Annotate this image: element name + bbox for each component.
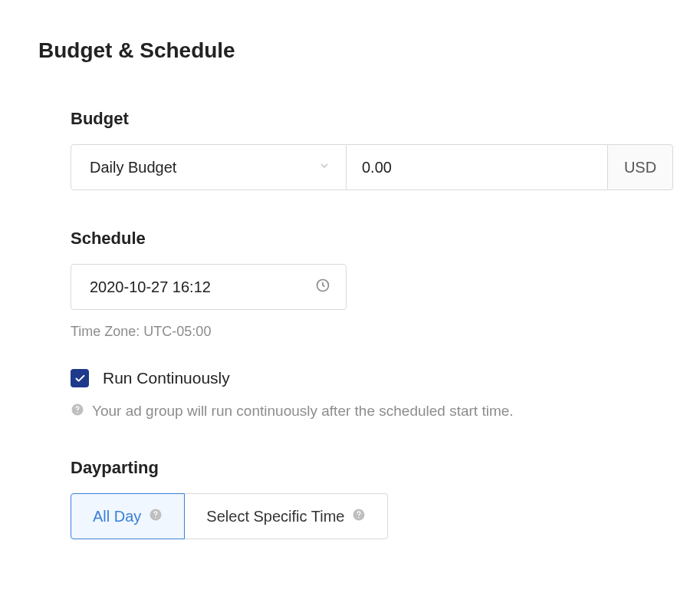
run-continuously-label: Run Continuously xyxy=(103,369,230,387)
clock-icon xyxy=(315,278,330,296)
dayparting-label: Dayparting xyxy=(71,458,662,478)
timezone-text: Time Zone: UTC-05:00 xyxy=(71,324,662,340)
schedule-help-text: Your ad group will run continuously afte… xyxy=(92,403,514,420)
schedule-section: Schedule 2020-10-27 16:12 Time Zone: UTC… xyxy=(38,229,662,420)
run-continuously-checkbox[interactable] xyxy=(71,369,89,387)
svg-point-4 xyxy=(156,516,157,518)
dayparting-section: Dayparting All Day Select Specific Time xyxy=(38,458,662,539)
tab-specific-time-label: Select Specific Time xyxy=(206,508,344,525)
tab-all-day-label: All Day xyxy=(93,508,141,525)
budget-type-value: Daily Budget xyxy=(90,159,176,176)
run-continuously-row: Run Continuously xyxy=(71,369,662,387)
budget-amount-input[interactable] xyxy=(347,144,607,190)
help-icon xyxy=(149,508,163,525)
schedule-datetime-value: 2020-10-27 16:12 xyxy=(90,278,211,296)
currency-suffix: USD xyxy=(607,144,673,190)
schedule-label: Schedule xyxy=(71,229,662,249)
help-icon xyxy=(352,508,366,525)
budget-label: Budget xyxy=(71,109,662,129)
page-title: Budget & Schedule xyxy=(38,38,662,63)
help-icon xyxy=(71,403,84,420)
svg-point-6 xyxy=(359,516,360,518)
budget-type-select[interactable]: Daily Budget xyxy=(71,144,347,190)
schedule-datetime-input[interactable]: 2020-10-27 16:12 xyxy=(71,264,347,310)
chevron-down-icon xyxy=(318,160,330,175)
schedule-help-row: Your ad group will run continuously afte… xyxy=(71,403,662,420)
tab-all-day[interactable]: All Day xyxy=(71,493,185,539)
budget-row: Daily Budget USD xyxy=(71,144,673,190)
svg-point-2 xyxy=(77,412,78,413)
dayparting-tabs: All Day Select Specific Time xyxy=(71,493,662,539)
tab-specific-time[interactable]: Select Specific Time xyxy=(185,493,388,539)
budget-section: Budget Daily Budget USD xyxy=(38,109,662,190)
